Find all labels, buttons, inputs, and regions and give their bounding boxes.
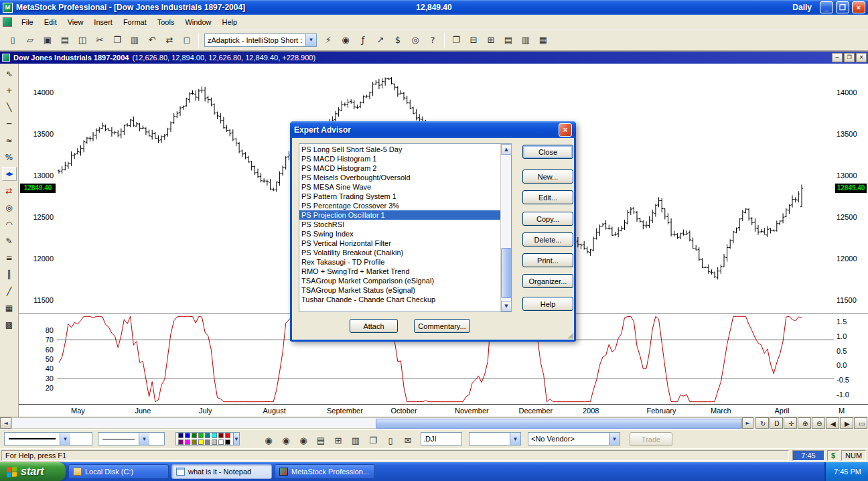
open-icon[interactable]: ▱ [22,32,38,48]
app-titlebar[interactable]: M MetaStock Professional - [Dow Jones In… [0,0,868,15]
color-swatch[interactable] [185,439,190,445]
resize-grip[interactable]: ◢ [568,331,573,340]
print-preview-icon[interactable]: ◫ [74,32,90,48]
scroll-down-icon[interactable]: ▼ [501,301,512,312]
chevron-down-icon[interactable]: ▼ [60,433,70,445]
chevron-down-icon[interactable]: ▼ [609,433,620,445]
zoom-out-icon[interactable]: ⊖ [812,417,825,429]
edit-button[interactable]: Edit... [522,190,573,204]
expert-list-item[interactable]: TSAGroup Market Status (eSignal) [299,285,500,295]
expert-list-item[interactable]: RMO + SwingTrd + Market Trend [299,267,500,276]
expert-list-item[interactable]: Tushar Chande - Chande Chart Checkup [299,295,500,304]
commentary-button[interactable]: Commentary... [414,319,470,333]
hscrollbar-thumb[interactable] [376,419,742,429]
chart-titlebar[interactable]: Dow Jones Industrials 1897-2004 (12,626.… [0,52,868,64]
menu-item[interactable]: Window [179,16,216,28]
fibonacci-retracement-tool[interactable]: ⇄ [2,184,17,198]
save-icon[interactable]: ▣ [40,32,56,48]
downloader-icon[interactable]: $ [390,32,406,48]
chevron-down-icon[interactable]: ▼ [139,433,149,445]
expert-list-item[interactable]: PS Meisels Overbought/Oversold [299,173,500,182]
copy-icon[interactable]: ❐ [109,32,125,48]
close-dialog-button[interactable]: Close [522,145,573,159]
expert-combo[interactable]: zAdaptick - IntelliStop Short : ▼ [204,33,317,47]
color-swatch[interactable] [212,439,217,445]
color-swatch[interactable] [212,433,217,438]
dialog-close-button[interactable]: × [559,123,572,137]
fibonacci-fan-tool[interactable]: ≡ [2,251,17,265]
blank-page-icon[interactable]: ▯ [382,432,399,448]
new-button[interactable]: New... [522,169,573,184]
print-button[interactable]: Print... [522,253,573,267]
restore-button[interactable]: ❐ [836,1,849,13]
menu-item[interactable]: Tools [152,16,180,28]
attach-expert-icon[interactable]: ⚡ [320,32,336,48]
expert-list-item[interactable]: TSAGroup Market Comparison (eSignal) [299,276,500,285]
chart-restore-button[interactable]: ❐ [844,53,855,62]
speed-lines-tool[interactable]: ╱ [2,284,17,298]
expert-list-item[interactable]: Rex Takasugi - TD Profile [299,257,500,267]
system-tester-icon[interactable]: ↗ [372,32,388,48]
chart-minimize-button[interactable]: ─ [832,53,843,62]
tile-vertical-icon[interactable]: ⊞ [483,32,499,48]
crosshair-tool[interactable]: + [2,83,17,97]
symbol-input[interactable] [421,432,462,445]
web-news-icon[interactable]: ◉ [278,432,294,448]
horizontal-line-tool[interactable]: ─ [2,117,17,131]
indicator-builder-icon[interactable]: ƒ [355,32,371,48]
shift-chart-icon[interactable]: ⇄ [161,32,177,48]
scroll-left-icon[interactable]: ◀ [826,417,839,429]
close-all-icon[interactable]: ▥ [518,32,534,48]
web-quotes-icon[interactable]: ◉ [295,432,311,448]
scroll-up-icon[interactable]: ▲ [501,144,512,155]
scroll-right-icon[interactable]: ▶ [840,417,853,429]
web-chart-icon[interactable]: ◉ [261,432,277,448]
list-scrollbar-thumb[interactable] [501,248,512,298]
color-swatch[interactable] [205,433,210,438]
pencil-tool[interactable]: ✎ [2,234,17,248]
expert-list-item[interactable]: PS Pattern Trading System 1 [299,192,500,201]
hscrollbar-track[interactable] [11,417,742,429]
minimize-button[interactable]: _ [820,1,833,13]
line-style-combo[interactable]: ▼ [4,432,92,445]
close-button[interactable]: × [852,1,865,13]
menu-item[interactable]: Insert [88,16,118,28]
menu-item[interactable]: View [62,16,89,28]
dialog-titlebar[interactable]: Expert Advisor × [290,121,576,138]
chevron-down-icon[interactable]: ▼ [305,34,316,46]
explorer-icon[interactable]: ◎ [407,32,423,48]
color-swatch[interactable] [225,439,230,445]
color-swatch[interactable] [192,433,197,438]
expert-list-item[interactable]: PS Volatility Breakout (Chaikin) [299,248,500,257]
color-swatch[interactable] [205,439,210,445]
fit-chart-icon[interactable]: ▭ [854,417,867,429]
expert-list-item[interactable]: PS Vertical Horizontal Filter [299,238,500,248]
menu-item[interactable]: Format [118,16,152,28]
periodicity-daily-button[interactable]: D [770,417,783,429]
arc-tool[interactable]: ◠ [2,217,17,231]
trendline-tool[interactable]: ╲ [2,100,17,114]
paste-icon[interactable]: ▥ [127,32,143,48]
taskbar-task-metastock[interactable]: MetaStock Profession... [275,464,375,479]
color-swatch[interactable] [225,433,230,438]
help-button[interactable]: Help [522,297,573,311]
tile-horizontal-icon[interactable]: ⊟ [465,32,482,48]
menu-item[interactable]: Edit [39,16,62,28]
scroll-arrows-tool[interactable]: ◀▶ [2,167,17,181]
organizer-button[interactable]: Organizer... [522,274,573,288]
scroll-left-arrow[interactable]: ◄ [0,417,11,429]
color-swatch[interactable] [198,439,204,445]
expert-list-item[interactable]: PS StochRSI [299,220,500,229]
start-button[interactable]: start [0,462,66,481]
color-swatch[interactable] [185,433,190,438]
taskbar-task-local-disk[interactable]: Local Disk (C:) [68,464,169,479]
pointer-tool[interactable]: ⇖ [2,66,17,80]
grid-tool[interactable]: ▦ [2,301,17,315]
delete-button[interactable]: Delete... [522,232,573,247]
calendar-icon[interactable]: ⊞ [330,432,346,448]
color-swatch[interactable] [192,439,197,445]
cycle-lines-tool[interactable]: ≈ [2,133,17,147]
pattern-tool[interactable]: ▩ [2,318,17,332]
context-help-icon[interactable]: ? [425,32,441,48]
chevron-down-icon[interactable]: ▼ [233,433,239,445]
